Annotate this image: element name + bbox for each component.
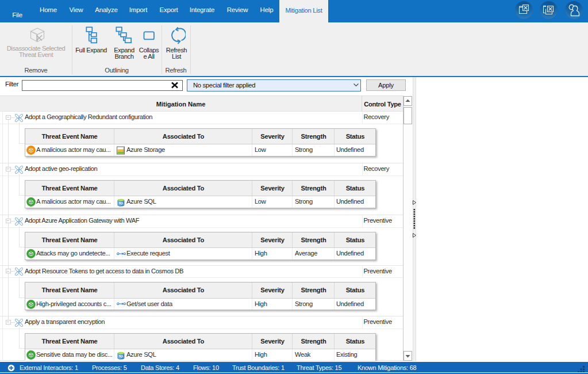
svg-text:SQL: SQL <box>118 202 124 205</box>
svg-text:SQL: SQL <box>118 355 124 358</box>
